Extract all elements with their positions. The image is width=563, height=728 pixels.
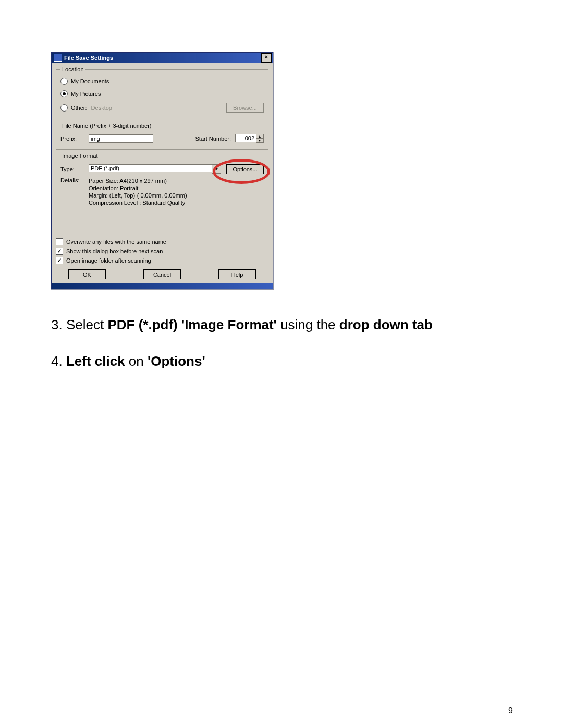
checkbox-icon [56, 257, 63, 264]
instruction-step-4: 4. Left click on 'Options' [51, 352, 516, 371]
type-dropdown[interactable] [89, 164, 221, 174]
app-icon [54, 54, 62, 62]
cancel-button[interactable]: Cancel [143, 269, 181, 279]
check-open-folder[interactable]: Open image folder after scanning [56, 257, 268, 264]
image-format-group: Image Format Type: Options... Details: P… [56, 153, 268, 235]
svg-marker-0 [215, 168, 218, 170]
details-label: Details: [60, 177, 89, 183]
other-path: Desktop [91, 105, 226, 111]
checkbox-icon [56, 248, 63, 255]
prefix-label: Prefix: [60, 135, 89, 142]
radio-other[interactable] [60, 104, 68, 112]
check-show-dialog[interactable]: Show this dialog box before next scan [56, 248, 268, 255]
chevron-down-icon[interactable] [212, 164, 221, 174]
prefix-input[interactable] [89, 134, 153, 143]
details-line: Paper Size: A4(210 x 297 mm) [89, 177, 187, 184]
type-value[interactable] [89, 164, 212, 172]
help-button[interactable]: Help [218, 269, 256, 279]
radio-icon [60, 78, 68, 85]
radio-icon [60, 90, 68, 97]
ok-button[interactable]: OK [68, 269, 106, 279]
location-group: Location My Documents My Pictures Other:… [56, 66, 268, 119]
instruction-list: 3. Select PDF (*.pdf) 'Image Format' usi… [51, 315, 516, 371]
options-button[interactable]: Options... [226, 164, 264, 174]
radio-other-row: Other: Desktop Browse... [60, 103, 264, 113]
dialog-titlebar: File Save Settings × [52, 53, 273, 63]
spinner-buttons[interactable]: ▲▼ [256, 134, 264, 143]
filename-group: File Name (Prefix + 3-digit number) Pref… [56, 122, 268, 150]
close-button[interactable]: × [261, 53, 272, 63]
browse-button[interactable]: Browse... [226, 103, 264, 113]
instruction-step-3: 3. Select PDF (*.pdf) 'Image Format' usi… [51, 315, 516, 334]
dialog-title: File Save Settings [64, 55, 261, 61]
details-line: Orientation: Portrait [89, 184, 187, 192]
details-line: Margin: (Left, Top)-( 0.00mm, 0.00mm) [89, 192, 187, 199]
check-label: Overwrite any files with the same name [66, 239, 166, 245]
dialog-screenshot: File Save Settings × Location My Documen… [51, 52, 273, 289]
check-label: Show this dialog box before next scan [66, 248, 163, 254]
details-line: Compression Level : Standard Quality [89, 199, 187, 206]
step-number: 3. [51, 317, 66, 332]
step-number: 4. [51, 353, 66, 369]
checkbox-icon [56, 238, 63, 245]
check-overwrite[interactable]: Overwrite any files with the same name [56, 238, 268, 245]
type-label: Type: [60, 166, 89, 172]
location-legend: Location [60, 66, 85, 72]
start-number-input[interactable] [235, 134, 256, 142]
start-number-stepper[interactable]: ▲▼ [235, 134, 264, 143]
image-format-legend: Image Format [60, 153, 99, 159]
dialog-button-row: OK Cancel Help [56, 269, 268, 279]
page-number: 9 [508, 706, 513, 715]
check-label: Open image folder after scanning [66, 257, 151, 264]
radio-label: My Pictures [71, 91, 101, 97]
dialog-footer-strip [52, 283, 273, 289]
radio-label: My Documents [71, 78, 109, 84]
filename-legend: File Name (Prefix + 3-digit number) [60, 122, 153, 129]
radio-my-pictures[interactable]: My Pictures [60, 90, 264, 97]
details-text: Paper Size: A4(210 x 297 mm) Orientation… [89, 177, 187, 206]
start-number-label: Start Number: [195, 135, 231, 142]
radio-label: Other: [71, 105, 87, 111]
document-page: File Save Settings × Location My Documen… [0, 0, 563, 728]
radio-my-documents[interactable]: My Documents [60, 78, 264, 85]
